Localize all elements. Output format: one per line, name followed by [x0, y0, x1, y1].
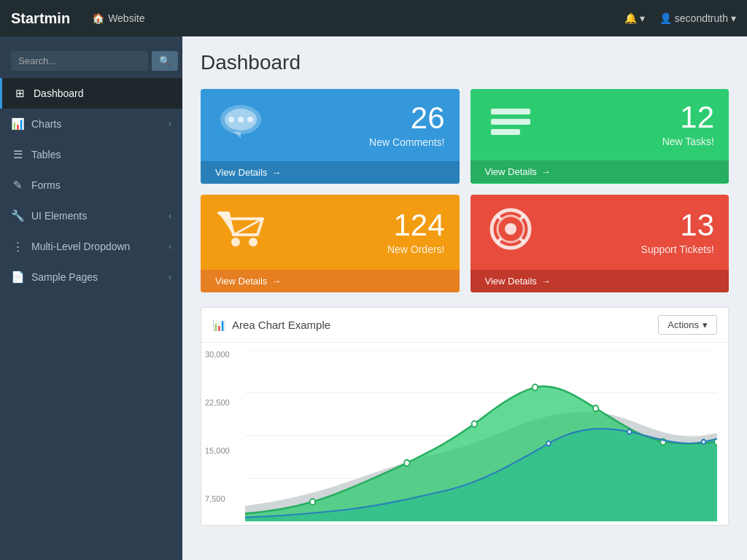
svg-point-33: [546, 441, 551, 446]
sidebar-label-ui-elements: UI Elements: [31, 210, 87, 222]
y-label-22500: 22,500: [205, 398, 230, 407]
actions-button[interactable]: Actions ▾: [658, 315, 717, 335]
tickets-arrow-icon: →: [541, 276, 551, 287]
tickets-label: Support Tickets!: [641, 244, 714, 255]
sidebar-label-multi-level: Multi-Level Dropdown: [31, 241, 130, 252]
user-menu[interactable]: 👤 secondtruth ▾: [659, 12, 736, 24]
chart-header: 📊 Area Chart Example Actions ▾: [201, 308, 728, 343]
chart-section: 📊 Area Chart Example Actions ▾ 30,000 22…: [201, 307, 729, 526]
orders-icon: [215, 206, 266, 259]
sidebar-label-charts: Charts: [31, 118, 61, 130]
comments-label: New Comments!: [369, 136, 444, 148]
sidebar-item-sample-pages[interactable]: 📄 Sample Pages ‹: [0, 262, 182, 292]
sidebar-item-ui-elements[interactable]: 🔧 UI Elements ‹: [0, 201, 182, 231]
ui-elements-arrow: ‹: [169, 211, 171, 221]
user-icon: 👤: [659, 12, 672, 24]
sidebar-item-forms[interactable]: ✎ Forms: [0, 170, 182, 201]
orders-count: 124: [387, 210, 445, 241]
svg-point-16: [505, 223, 516, 235]
home-icon: 🏠: [92, 12, 104, 24]
page-title: Dashboard: [201, 51, 729, 74]
svg-rect-7: [491, 119, 530, 125]
chart-icon: 📊: [212, 319, 226, 332]
svg-line-19: [497, 238, 501, 243]
charts-icon: 📊: [11, 117, 24, 131]
multi-level-icon: ⋮: [11, 240, 24, 253]
sidebar-item-tables[interactable]: ☰ Tables: [0, 139, 182, 170]
stat-card-tickets: 13 Support Tickets! View Details →: [471, 195, 729, 292]
y-label-7500: 7,500: [205, 494, 230, 503]
tasks-label: New Tasks!: [662, 136, 714, 147]
tasks-count: 12: [662, 102, 714, 133]
comments-view-details[interactable]: View Details →: [201, 161, 460, 184]
comments-icon: [215, 100, 266, 150]
actions-dropdown-arrow: ▾: [703, 319, 708, 330]
sidebar-label-dashboard: Dashboard: [34, 88, 84, 99]
svg-point-13: [249, 238, 258, 246]
forms-icon: ✎: [11, 179, 24, 192]
tables-icon: ☰: [11, 148, 24, 161]
y-axis-labels: 30,000 22,500 15,000 7,500: [205, 350, 230, 503]
tasks-icon: [485, 100, 536, 149]
comments-count: 26: [369, 103, 444, 133]
charts-arrow: ‹: [169, 119, 171, 129]
sample-pages-arrow: ‹: [169, 272, 171, 282]
sidebar-label-tables: Tables: [31, 149, 61, 160]
svg-line-17: [497, 215, 501, 219]
svg-point-34: [627, 429, 632, 434]
search-box: 🔍: [0, 44, 182, 78]
svg-marker-5: [233, 132, 241, 138]
layout: 🔍 ⊞ Dashboard 📊 Charts ‹ ☰ Tables ✎ Fo: [0, 36, 747, 560]
svg-point-30: [593, 405, 598, 412]
tickets-view-details[interactable]: View Details →: [471, 270, 729, 292]
svg-point-28: [472, 421, 477, 427]
svg-point-2: [228, 117, 234, 122]
sidebar-label-forms: Forms: [31, 179, 61, 191]
bell-dropdown-arrow: ▾: [640, 12, 645, 24]
multi-level-arrow: ‹: [169, 241, 171, 252]
svg-line-20: [520, 238, 525, 243]
svg-point-3: [238, 117, 244, 122]
dashboard-icon: ⊞: [13, 87, 26, 100]
svg-point-12: [231, 238, 240, 246]
tickets-icon: [485, 206, 536, 259]
bell-icon: 🔔: [624, 12, 637, 24]
y-label-15000: 15,000: [205, 446, 230, 455]
stat-card-orders: 124 New Orders! View Details →: [201, 195, 460, 292]
search-input[interactable]: [11, 51, 148, 71]
area-chart-svg: [245, 350, 717, 521]
stats-grid: 26 New Comments! View Details →: [201, 89, 729, 292]
search-button[interactable]: 🔍: [152, 51, 178, 71]
brand-logo[interactable]: Startmin: [11, 10, 70, 27]
svg-point-26: [310, 499, 315, 505]
sidebar-item-dashboard[interactable]: ⊞ Dashboard: [0, 78, 182, 109]
sidebar: 🔍 ⊞ Dashboard 📊 Charts ‹ ☰ Tables ✎ Fo: [0, 36, 182, 560]
svg-line-18: [520, 215, 525, 219]
stat-card-comments: 26 New Comments! View Details →: [201, 89, 460, 184]
topnav: Startmin 🏠 Website 🔔 ▾ 👤 secondtruth ▾: [0, 0, 747, 36]
sidebar-item-multi-level-dropdown[interactable]: ⋮ Multi-Level Dropdown ‹: [0, 231, 182, 262]
stat-card-tasks: 12 New Tasks! View Details →: [471, 89, 729, 184]
tickets-count: 13: [641, 210, 714, 241]
topnav-right: 🔔 ▾ 👤 secondtruth ▾: [624, 12, 736, 24]
orders-view-details[interactable]: View Details →: [201, 270, 460, 292]
notification-bell[interactable]: 🔔 ▾: [624, 12, 645, 24]
tasks-view-details[interactable]: View Details →: [471, 160, 729, 183]
sample-pages-icon: 📄: [11, 271, 24, 284]
orders-label: New Orders!: [387, 244, 445, 255]
svg-rect-8: [491, 129, 520, 135]
orders-arrow-icon: →: [271, 276, 281, 287]
svg-point-27: [404, 460, 409, 467]
user-dropdown-arrow: ▾: [731, 12, 736, 24]
svg-point-35: [702, 440, 706, 444]
ui-elements-icon: 🔧: [11, 209, 24, 222]
svg-rect-6: [491, 109, 530, 114]
chart-title: 📊 Area Chart Example: [212, 319, 330, 332]
sidebar-item-charts[interactable]: 📊 Charts ‹: [0, 109, 182, 139]
website-link[interactable]: 🏠 Website: [92, 12, 144, 24]
svg-point-29: [533, 384, 538, 391]
svg-point-4: [247, 117, 253, 122]
tasks-arrow-icon: →: [541, 166, 551, 177]
username-label: secondtruth: [675, 12, 728, 24]
comments-arrow-icon: →: [271, 167, 281, 178]
